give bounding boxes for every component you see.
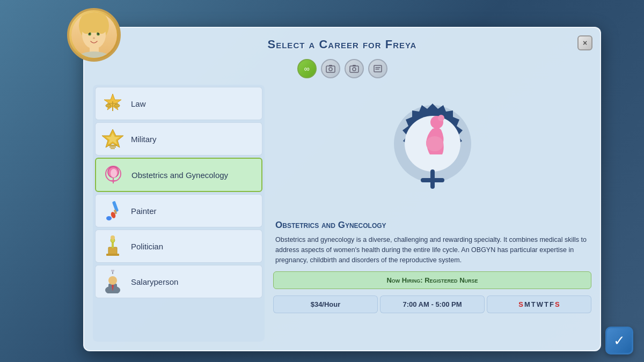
svg-point-23 [114, 104, 120, 107]
svg-point-11 [78, 51, 110, 58]
day-s2: S [555, 300, 560, 308]
day-t2: T [544, 300, 548, 308]
svg-point-8 [81, 21, 92, 34]
career-list: Law Military [93, 85, 265, 342]
svg-rect-17 [353, 65, 356, 67]
svg-rect-12 [326, 66, 335, 72]
svg-point-13 [329, 68, 332, 71]
confirm-button[interactable]: ✓ [605, 327, 633, 354]
svg-point-5 [97, 33, 99, 35]
career-name-salaryperson: Salaryperson [131, 277, 178, 286]
career-list-container: Law Military [93, 85, 265, 342]
pay-box: $34/Hour [273, 295, 378, 313]
career-icon-painter [100, 198, 126, 224]
career-item-military[interactable]: Military [95, 122, 262, 156]
career-item-obgyn[interactable]: Obstetrics and Gynecology [95, 158, 262, 192]
day-t1: T [531, 300, 536, 308]
career-item-salaryperson[interactable]: Salaryperson [95, 265, 262, 298]
career-icon-salaryperson [100, 269, 126, 294]
career-icon-military [100, 126, 126, 152]
career-icon-politician [100, 233, 126, 259]
confirm-icon: ✓ [613, 333, 625, 349]
career-illustration [374, 90, 492, 208]
career-detail: Obstetrics and Gynecology Obstetrics and… [273, 85, 591, 342]
career-select-dialog: Select a Career for Freya × ∞ [83, 27, 601, 351]
career-name-politician: Politician [131, 242, 163, 251]
avatar-face [71, 12, 117, 58]
dialog-header: Select a Career for Freya × [84, 28, 600, 57]
svg-point-4 [89, 33, 90, 35]
career-item-politician[interactable]: Politician [95, 230, 262, 263]
svg-point-53 [426, 136, 443, 151]
filter-row: ∞ [84, 57, 600, 85]
svg-point-33 [111, 169, 117, 178]
career-image [273, 85, 591, 213]
days-box: S M T W T F S [487, 295, 591, 313]
svg-point-9 [96, 21, 107, 34]
filter-f1[interactable] [321, 59, 340, 78]
career-name-painter: Painter [131, 206, 157, 216]
selected-career-title: Obstetrics and Gynecology [275, 220, 589, 231]
svg-rect-14 [329, 65, 332, 67]
svg-point-6 [93, 37, 95, 39]
svg-rect-18 [374, 65, 382, 72]
svg-rect-39 [106, 254, 119, 256]
schedule-value: 7:00 AM - 5:00 PM [402, 300, 462, 308]
schedule-days: S M T W T F S [493, 300, 586, 308]
svg-point-16 [353, 68, 356, 71]
svg-point-48 [111, 270, 114, 272]
svg-point-46 [108, 276, 117, 285]
svg-point-22 [106, 104, 111, 107]
svg-point-42 [111, 235, 115, 240]
career-info: Obstetrics and Gynecology Obstetrics and… [273, 220, 591, 265]
selected-career-description: Obstetrics and gynecology is a diverse, … [275, 235, 589, 265]
hiring-banner: Now Hiring: Registered Nurse [273, 271, 591, 289]
svg-rect-15 [350, 66, 358, 72]
dialog-title: Select a Career for Freya [268, 38, 417, 51]
day-w: W [537, 300, 543, 308]
filter-f3[interactable] [368, 59, 387, 78]
career-item-law[interactable]: Law [95, 87, 262, 120]
career-name-law: Law [131, 99, 146, 108]
hiring-label: Now Hiring: Registered Nurse [386, 276, 478, 284]
svg-rect-38 [108, 247, 117, 255]
stats-row: $34/Hour 7:00 AM - 5:00 PM S M T W T F S [273, 295, 591, 313]
day-m: M [524, 300, 530, 308]
day-f: F [550, 300, 554, 308]
career-icon-law [100, 91, 126, 116]
filter-all[interactable]: ∞ [297, 59, 317, 78]
svg-point-52 [438, 115, 444, 121]
career-icon-obgyn [100, 162, 126, 188]
pay-value: $34/Hour [311, 300, 341, 308]
svg-point-37 [106, 216, 112, 220]
career-item-painter[interactable]: Painter [95, 194, 262, 227]
day-s1: S [518, 300, 523, 308]
schedule-box: 7:00 AM - 5:00 PM [380, 295, 485, 313]
avatar [67, 8, 121, 62]
career-name-obgyn: Obstetrics and Gynecology [131, 171, 228, 180]
filter-f2[interactable] [345, 59, 364, 78]
close-button[interactable]: × [577, 35, 592, 50]
career-name-military: Military [131, 135, 157, 144]
dialog-content: Law Military [84, 85, 600, 350]
